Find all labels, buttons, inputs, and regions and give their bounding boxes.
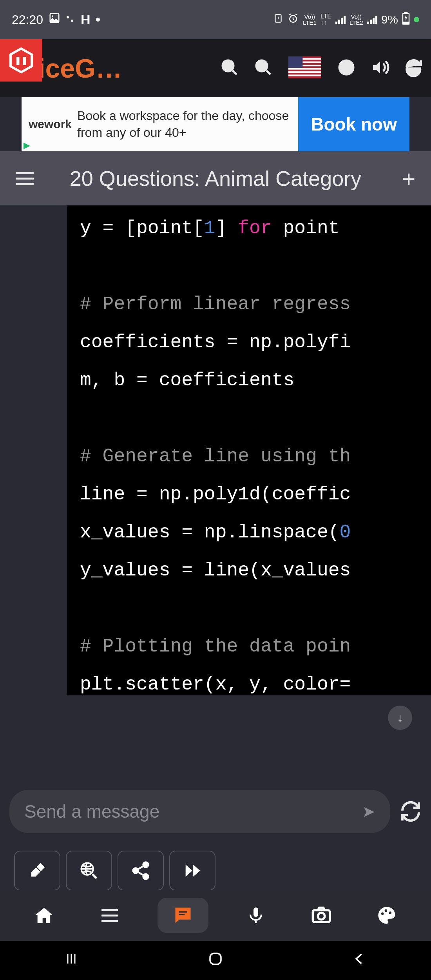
svg-line-29 — [92, 874, 97, 878]
svg-rect-46 — [210, 953, 221, 964]
ad-text: Book a workspace for the day, choose fro… — [77, 107, 291, 141]
svg-point-31 — [133, 868, 138, 873]
svg-point-32 — [143, 874, 148, 879]
image-icon — [49, 12, 60, 27]
svg-point-3 — [71, 20, 73, 22]
app-header: oiceG… — [0, 39, 431, 97]
svg-point-41 — [384, 909, 387, 912]
svg-rect-10 — [16, 57, 20, 65]
eraser-button[interactable] — [14, 851, 60, 891]
ad-play-badge: ▶ — [24, 140, 30, 151]
scroll-down-button[interactable]: ↓ — [388, 706, 412, 730]
status-bar: 22:20 H Vo)) LTE1 LTE↓↑ Vo)) LTE2 9% — [0, 0, 431, 39]
svg-rect-26 — [288, 56, 302, 68]
dots-icon — [66, 13, 75, 27]
page-title: 20 Questions: Animal Category — [8, 163, 423, 194]
signal-icon-2 — [367, 16, 377, 24]
fast-forward-button[interactable] — [169, 851, 216, 891]
lte1-block: Vo)) LTE1 — [303, 14, 317, 25]
lte2-block: Vo)) LTE2 — [350, 14, 363, 25]
code-block[interactable]: y = [point[1] for point # Perform linear… — [67, 205, 431, 695]
nav-menu[interactable] — [92, 898, 127, 933]
svg-rect-37 — [254, 907, 258, 917]
sys-recents[interactable] — [64, 952, 78, 969]
input-bar: Send a message ➤ — [9, 790, 422, 833]
svg-line-14 — [233, 71, 237, 74]
menu-icon[interactable] — [16, 172, 34, 185]
ad-book-now-button[interactable]: Book now — [298, 97, 409, 151]
nav-home[interactable] — [27, 898, 62, 933]
sound-icon[interactable] — [371, 58, 389, 78]
add-button[interactable]: + — [402, 165, 415, 192]
signal-icon-1 — [335, 16, 346, 24]
svg-rect-11 — [23, 57, 26, 65]
share-button[interactable] — [118, 851, 164, 891]
svg-point-1 — [52, 15, 53, 17]
svg-point-30 — [143, 862, 148, 867]
dot-icon — [96, 18, 100, 22]
svg-line-33 — [138, 866, 143, 869]
svg-point-2 — [67, 16, 69, 18]
speed-icon[interactable] — [337, 58, 356, 78]
svg-rect-8 — [403, 22, 409, 24]
nav-mic[interactable] — [238, 898, 273, 933]
status-left: 22:20 H — [12, 12, 100, 27]
sync-icon[interactable] — [400, 800, 422, 822]
send-icon[interactable]: ➤ — [362, 802, 375, 820]
nav-palette[interactable] — [369, 898, 404, 933]
status-right: Vo)) LTE1 LTE↓↑ Vo)) LTE2 9% — [273, 12, 419, 27]
tool-row — [14, 851, 216, 891]
globe-search-button[interactable] — [66, 851, 112, 891]
nav-chat[interactable] — [158, 898, 208, 933]
battery-icon — [402, 12, 410, 27]
time-label: 22:20 — [12, 13, 43, 27]
alarm-icon — [287, 13, 299, 27]
ad-logo: wework — [29, 118, 72, 131]
nav-camera[interactable] — [304, 898, 339, 933]
flag-icon[interactable] — [288, 56, 322, 80]
message-placeholder: Send a message — [24, 801, 159, 822]
svg-point-39 — [318, 913, 324, 920]
svg-line-34 — [138, 872, 143, 875]
sys-back[interactable] — [353, 952, 367, 969]
charging-dot — [414, 17, 419, 22]
page-title-bar: 20 Questions: Animal Category + — [0, 151, 431, 205]
svg-rect-25 — [288, 74, 321, 76]
bottom-nav — [0, 890, 431, 941]
system-nav — [0, 941, 431, 980]
refresh-icon[interactable] — [404, 58, 423, 78]
sys-home[interactable] — [207, 951, 224, 971]
ad-banner[interactable]: ▶ wework Book a workspace for the day, c… — [22, 97, 409, 151]
message-input[interactable]: Send a message ➤ — [9, 790, 390, 833]
zoom-out-icon[interactable] — [220, 58, 239, 78]
svg-line-18 — [266, 71, 270, 74]
saver-icon — [273, 13, 283, 26]
zoom-in-icon[interactable] — [254, 58, 273, 78]
battery-percent: 9% — [381, 13, 398, 26]
svg-rect-23 — [288, 68, 321, 69]
svg-rect-24 — [288, 71, 321, 73]
ad-left[interactable]: ▶ wework Book a workspace for the day, c… — [22, 97, 298, 151]
svg-rect-7 — [405, 12, 407, 13]
svg-point-42 — [389, 911, 391, 914]
lte-arrows: LTE↓↑ — [321, 13, 331, 26]
svg-marker-9 — [11, 49, 32, 72]
svg-point-40 — [381, 912, 384, 915]
h-icon: H — [81, 12, 91, 27]
app-logo[interactable] — [0, 39, 42, 82]
